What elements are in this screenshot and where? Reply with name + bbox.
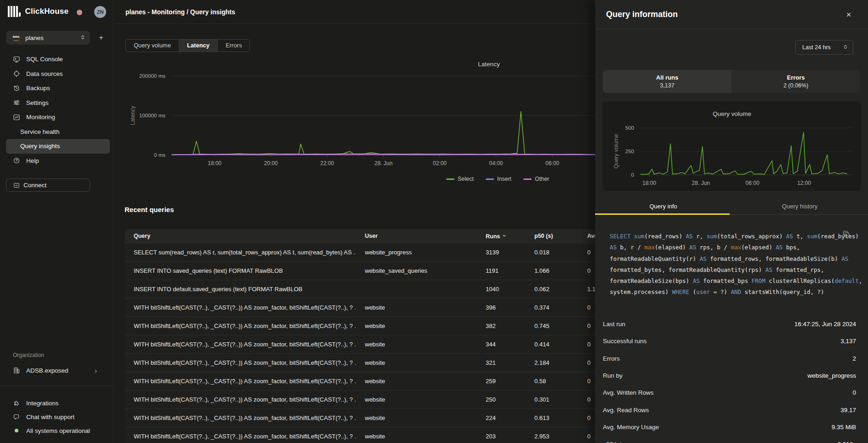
table-row[interactable]: WITH bitShiftLeft(CAST(?..), _CAST(?..))… xyxy=(125,372,595,390)
table-row[interactable]: SELECT sum(read_rows) AS r, sum(total_ro… xyxy=(125,243,595,261)
sidebar-item-chat-with-support[interactable]: Chat with support xyxy=(6,410,110,424)
table-row[interactable]: WITH bitShiftLeft(CAST(?..), _CAST(?..))… xyxy=(125,390,595,408)
cell-query: WITH bitShiftLeft(CAST(?..), _CAST(?..))… xyxy=(125,359,356,366)
clickhouse-logo[interactable]: ClickHouse xyxy=(8,6,68,17)
svg-text:500: 500 xyxy=(625,125,634,131)
stat-value: 2 xyxy=(852,355,856,362)
metric-tabs: Query volumeLatencyErrors xyxy=(125,39,250,52)
cell-p50: 0.745 xyxy=(525,322,578,329)
time-range-select[interactable]: Last 24 hrs xyxy=(795,40,853,55)
column-header-runs[interactable]: Runs xyxy=(477,233,525,240)
svg-text:0: 0 xyxy=(631,172,634,178)
cell-p50: 1.066 xyxy=(525,267,578,274)
cell-avg: 1.15 xyxy=(578,286,595,293)
sidebar-item-help[interactable]: Help xyxy=(6,154,110,168)
cell-user: website xyxy=(356,304,477,311)
cell-p50: 0.613 xyxy=(525,414,578,421)
table-row[interactable]: WITH bitShiftLeft(CAST(?..), _CAST(?..))… xyxy=(125,408,595,427)
stat-row-last-run: Last run 16:47:25, Jun 28 2024 xyxy=(595,316,868,333)
cell-avg: 0 xyxy=(578,267,595,274)
sidebar-item-integrations[interactable]: Integrations xyxy=(6,396,110,410)
chevron-updown-icon xyxy=(80,35,85,41)
column-header-query[interactable]: Query xyxy=(125,233,356,239)
avatar[interactable]: ZN xyxy=(94,6,106,18)
copy-icon[interactable] xyxy=(842,230,852,240)
service-selector[interactable]: aws planes xyxy=(6,31,90,45)
sidebar-item-query-insights[interactable]: Query insights xyxy=(6,139,110,154)
cell-avg: 0 xyxy=(578,249,595,256)
connect-icon xyxy=(13,182,20,189)
footer-item-label: All systems operational xyxy=(26,427,90,434)
stat-value: 3,137 xyxy=(840,338,856,345)
cell-avg: 0 xyxy=(578,322,595,329)
svg-text:Query volume: Query volume xyxy=(713,110,751,117)
tab-query-history[interactable]: Query history xyxy=(732,200,868,215)
backups-icon xyxy=(13,85,20,92)
table-row[interactable]: WITH bitShiftLeft(CAST(?..), _CAST(?..))… xyxy=(125,298,595,316)
cell-runs: 382 xyxy=(477,322,525,329)
cell-query: WITH bitShiftLeft(CAST(?..), _CAST(?..))… xyxy=(125,378,356,385)
cell-user: website xyxy=(356,433,477,440)
sidebar: ClickHouse ZN aws planes + SQL ConsoleDa… xyxy=(0,0,113,443)
sidebar-item-organization[interactable]: ADSB.exposed › xyxy=(6,364,110,377)
stat-label: Avg. Memory Usage xyxy=(603,424,659,431)
sidebar-item-label: Query insights xyxy=(20,143,60,150)
cell-runs: 259 xyxy=(477,378,525,385)
legend-item-other[interactable]: Other xyxy=(523,176,549,182)
svg-text:06:00: 06:00 xyxy=(545,160,559,167)
help-icon xyxy=(13,157,20,164)
table-row[interactable]: WITH bitShiftLeft(CAST(?..), _CAST(?..))… xyxy=(125,335,595,353)
table-row[interactable]: INSERT INTO default.saved_queries (text)… xyxy=(125,280,595,298)
cell-runs: 1040 xyxy=(477,286,525,293)
building-icon xyxy=(13,367,20,374)
sidebar-item-all-systems-operational[interactable]: All systems operational xyxy=(6,424,110,437)
tab-query-info[interactable]: Query info xyxy=(595,200,732,215)
cell-user: website xyxy=(356,322,477,329)
connect-button[interactable]: Connect xyxy=(6,178,90,192)
summary-tab-errors[interactable]: Errors 2 (0.06%) xyxy=(732,70,860,93)
clickhouse-logo-icon xyxy=(8,6,21,17)
organization-name: ADSB.exposed xyxy=(26,367,68,374)
query-volume-chart: Query volumeQuery volume025050018:0028. … xyxy=(602,101,861,191)
tab-query-volume[interactable]: Query volume xyxy=(126,40,179,52)
sidebar-item-monitoring[interactable]: Monitoring xyxy=(6,110,110,125)
legend-swatch xyxy=(446,178,454,180)
cell-p50: 0.374 xyxy=(525,304,578,311)
tab-errors[interactable]: Errors xyxy=(218,40,250,52)
sidebar-item-backups[interactable]: Backups xyxy=(6,81,110,96)
column-header-p50-s[interactable]: p50 (s) xyxy=(525,233,578,239)
stat-row-successful-runs: Successful runs 3,137 xyxy=(595,333,868,350)
sidebar-footer: IntegrationsChat with supportAll systems… xyxy=(6,396,110,437)
table-row[interactable]: INSERT INTO saved_queries (text) FORMAT … xyxy=(125,261,595,280)
table-row[interactable]: WITH bitShiftLeft(CAST(?..), _CAST(?..))… xyxy=(125,316,595,335)
summary-tab-all-runs[interactable]: All runs 3,137 xyxy=(603,70,732,93)
column-header-user[interactable]: User xyxy=(356,233,477,239)
cell-query: WITH bitShiftLeft(CAST(?..), _CAST(?..))… xyxy=(125,414,356,421)
cell-query: WITH bitShiftLeft(CAST(?..), _CAST(?..))… xyxy=(125,322,356,329)
stat-label: Errors xyxy=(603,355,620,362)
sidebar-item-sql-console[interactable]: SQL Console xyxy=(6,52,110,67)
tab-latency[interactable]: Latency xyxy=(179,40,218,52)
stat-row-avg-written-rows: Avg. Written Rows 0 xyxy=(595,384,868,401)
panel-title: Query information xyxy=(606,10,678,19)
cell-p50: 0.58 xyxy=(525,378,578,385)
cell-runs: 1191 xyxy=(477,267,525,274)
sidebar-item-settings[interactable]: Settings xyxy=(6,96,110,110)
add-service-button[interactable]: + xyxy=(94,31,108,45)
cell-runs: 344 xyxy=(477,341,525,348)
legend-item-select[interactable]: Select xyxy=(446,176,474,182)
sql-line: formatReadableSize(bps) AS formatted_bps… xyxy=(610,276,842,287)
close-icon[interactable]: × xyxy=(840,6,857,23)
summary-tab-value: 2 (0.06%) xyxy=(783,82,808,89)
legend-item-insert[interactable]: Insert xyxy=(486,176,511,182)
svg-text:18:00: 18:00 xyxy=(208,160,221,167)
sidebar-item-service-health[interactable]: Service health xyxy=(6,125,110,139)
table-row[interactable]: WITH bitShiftLeft(CAST(?..), _CAST(?..))… xyxy=(125,353,595,372)
svg-text:28. Jun: 28. Jun xyxy=(692,180,710,186)
sidebar-item-data-sources[interactable]: Data sources xyxy=(6,67,110,81)
status-icon xyxy=(13,427,20,434)
column-header-avg[interactable]: Avg. xyxy=(578,233,595,239)
table-row[interactable]: WITH bitShiftLeft(CAST(?..), _CAST(?..))… xyxy=(125,427,595,443)
sidebar-item-label: Monitoring xyxy=(26,114,55,121)
summary-tab-label: Errors xyxy=(787,74,805,81)
